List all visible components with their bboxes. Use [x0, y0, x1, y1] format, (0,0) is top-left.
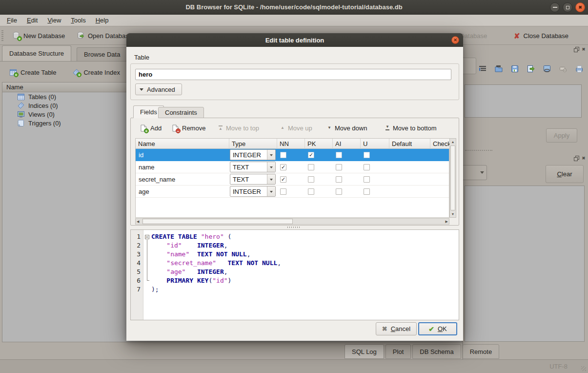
bottom-tab-db-schema[interactable]: DB Schema	[412, 344, 461, 359]
checkbox[interactable]	[308, 188, 314, 195]
sql-line-1: CREATE TABLE "hero" (	[151, 232, 459, 241]
column-header-check[interactable]: Check	[430, 139, 450, 149]
checkbox[interactable]	[364, 188, 370, 195]
field-row-age[interactable]: ageINTEGER	[136, 186, 449, 198]
line-number-gutter: 1234567	[131, 230, 143, 320]
log-filter-combobox[interactable]	[459, 165, 487, 180]
close-window-icon[interactable]: ✖	[575, 2, 585, 12]
checkbox[interactable]	[336, 188, 342, 195]
column-header-default[interactable]: Default	[389, 139, 430, 149]
column-header-u[interactable]: U	[361, 139, 389, 149]
checkbox[interactable]	[308, 164, 314, 170]
scroll-left-icon[interactable]: ◀	[137, 220, 139, 224]
type-combobox[interactable]: INTEGER	[230, 149, 276, 160]
bottom-tab-plot[interactable]: Plot	[385, 344, 411, 359]
checkbox[interactable]	[336, 176, 342, 183]
save-file-icon[interactable]	[509, 63, 520, 74]
move-to-bottom-button[interactable]: ▼ Move to bottom	[385, 123, 437, 133]
menu-help[interactable]: Help	[91, 16, 114, 25]
scroll-down-icon[interactable]: ▼	[450, 211, 456, 217]
cell-editor-textarea[interactable]	[465, 84, 582, 118]
menu-tools[interactable]: Tools	[66, 16, 90, 25]
field-row-secret_name[interactable]: secret_nameTEXT✓	[136, 173, 449, 186]
table-name-input[interactable]: hero	[135, 69, 451, 80]
column-header-type[interactable]: Type	[229, 139, 277, 149]
create-table-button[interactable]: + Create Table	[10, 69, 56, 76]
open-database-button[interactable]: Open Database	[77, 28, 132, 43]
dock2-float-icon[interactable]	[573, 155, 579, 161]
field-row-id[interactable]: idINTEGER✓	[136, 149, 449, 161]
remove-record-icon: −	[172, 124, 179, 132]
minimize-icon[interactable]	[550, 2, 560, 12]
dock-close-icon[interactable]: ✖	[581, 46, 587, 52]
new-database-button[interactable]: + New Database	[13, 28, 65, 43]
dock-separator	[465, 150, 492, 151]
create-index-button[interactable]: + Create Index	[73, 69, 120, 76]
fields-vertical-scrollbar[interactable]: ▲ ▼	[449, 138, 456, 218]
print-icon[interactable]	[574, 63, 585, 74]
tab-database-structure[interactable]: Database Structure	[2, 45, 71, 61]
bottom-tab-sql-log[interactable]: SQL Log	[345, 344, 384, 359]
field-row-name[interactable]: nameTEXT✓	[136, 161, 449, 173]
move-down-button[interactable]: ▼ Move down	[327, 123, 367, 133]
maximize-icon[interactable]	[563, 2, 572, 12]
column-header-name[interactable]: Name	[136, 139, 229, 149]
type-combobox[interactable]: INTEGER	[230, 186, 276, 197]
checkbox[interactable]	[280, 152, 286, 158]
dialog-titlebar: Edit table definition	[126, 33, 463, 47]
column-header-nn[interactable]: NN	[277, 139, 305, 149]
checkbox[interactable]	[308, 176, 314, 183]
window-titlebar: DB Browser for SQLite - /home/user/code/…	[0, 0, 588, 15]
checkbox[interactable]	[336, 152, 342, 158]
clear-log-button[interactable]: Clear	[546, 165, 584, 183]
checkbox[interactable]	[364, 152, 370, 158]
sql-log-textarea[interactable]	[465, 186, 585, 342]
apply-button[interactable]: Apply	[546, 128, 577, 143]
menu-file[interactable]: File	[2, 16, 22, 25]
checkbox[interactable]: ✓	[280, 176, 286, 183]
close-database-button[interactable]: ✘ Close Database	[514, 28, 568, 43]
checkbox[interactable]	[336, 164, 342, 170]
move-to-top-icon: ▲	[219, 125, 223, 131]
checkbox[interactable]	[364, 164, 370, 170]
type-combobox[interactable]: TEXT	[230, 162, 276, 172]
dialog-close-icon[interactable]: ✕	[451, 36, 459, 44]
toolbar-drag-handle[interactable]	[1, 30, 3, 41]
add-field-button[interactable]: + Add	[141, 123, 162, 133]
dock-float-icon[interactable]	[573, 46, 579, 52]
fields-horizontal-scrollbar[interactable]: ◀ ▶	[135, 218, 449, 225]
checkbox[interactable]	[364, 176, 370, 183]
column-header-pk[interactable]: PK	[305, 139, 333, 149]
checkbox[interactable]	[280, 188, 286, 195]
close-database-label: Close Database	[524, 32, 569, 40]
tab-constraints[interactable]: Constraints	[158, 107, 204, 118]
cell-mode-button[interactable]	[462, 58, 476, 74]
menu-view[interactable]: View	[42, 16, 66, 25]
encoding-indicator[interactable]: UTF-8	[549, 363, 568, 370]
type-combobox[interactable]: TEXT	[230, 174, 276, 185]
set-null-icon[interactable]	[558, 63, 568, 74]
export-icon[interactable]	[526, 63, 536, 74]
column-header-ai[interactable]: AI	[333, 139, 361, 149]
sql-code[interactable]: CREATE TABLE "hero" ( "id" INTEGER, "nam…	[151, 230, 459, 320]
dock2-close-icon[interactable]: ✖	[581, 155, 587, 161]
line-number: 6	[131, 276, 143, 285]
open-file-icon[interactable]	[493, 63, 504, 74]
remove-field-button[interactable]: − Remove	[172, 123, 205, 133]
scroll-right-icon[interactable]: ▶	[446, 220, 448, 224]
move-to-top-button[interactable]: ▲ Move to top	[219, 123, 259, 133]
menu-edit[interactable]: Edit	[22, 16, 42, 25]
move-up-button[interactable]: ▲ Move up	[281, 123, 312, 133]
format-icon[interactable]	[477, 63, 488, 74]
advanced-toggle-button[interactable]: Advanced	[135, 83, 182, 95]
link-icon[interactable]	[542, 63, 552, 74]
resize-grip[interactable]	[581, 366, 586, 371]
ok-button[interactable]: ✔ OK	[418, 322, 457, 335]
splitter-handle[interactable]	[287, 227, 300, 228]
cancel-button[interactable]: ✖ Cancel	[376, 322, 417, 335]
checkbox[interactable]: ✓	[280, 164, 286, 170]
checkbox[interactable]: ✓	[308, 152, 314, 158]
bottom-tab-remote[interactable]: Remote	[463, 344, 500, 359]
fold-collapse-icon[interactable]: −	[145, 235, 149, 239]
scroll-up-icon[interactable]: ▲	[450, 139, 456, 145]
